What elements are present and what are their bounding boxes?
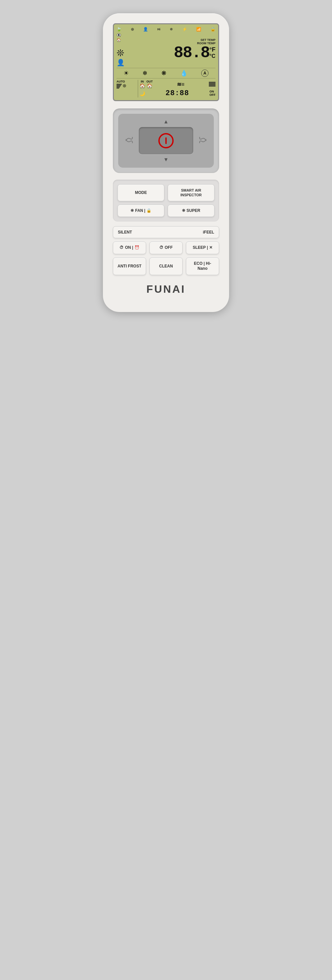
icon-dry: 💧	[180, 70, 188, 77]
icon-indoor-unit: 🏠	[139, 83, 145, 89]
icon-eye: 👁‍🗨	[117, 33, 125, 37]
display-vertical-divider	[138, 80, 138, 97]
temp-down-button[interactable]: ▼	[160, 156, 172, 163]
display-bottom-left: AUTO ❊	[117, 80, 136, 97]
icon-fan-large: ❊	[117, 49, 125, 58]
time-display-row: 🌙 28:88 ON OFF	[139, 89, 215, 97]
control-pad-wrapper: ▲	[113, 108, 219, 173]
display-mid: 👁‍🗨 🏠 ❊ 👤 SET TEMP ROOM TEMP 88.8 °F °C	[117, 33, 215, 67]
icon-wifi: 📶	[196, 27, 201, 32]
icon-home: 🏠	[117, 38, 125, 42]
icon-moon: 🌙	[139, 91, 145, 96]
icon-outdoor-unit: 🏠	[147, 83, 152, 89]
silent-ifeel-button[interactable]: SILENT iFEEL	[113, 226, 219, 238]
main-buttons-section: MODE SMART AIRINSPECTOR ❊ FAN | 🔒 ❊ SUPE…	[113, 180, 219, 221]
svg-marker-1	[206, 139, 207, 142]
remote-body: 🍃 ⊕ 👤 Hi ✵ ⚡ 📶 🔒 👁‍🗨 🏠 ❊ 👤 SET TEMP ROOM…	[103, 13, 229, 312]
sleep-label: SLEEP | ✕	[193, 245, 212, 250]
icon-heat: ☀	[123, 70, 129, 77]
icon-circle: ⊕	[131, 27, 134, 32]
clean-label: CLEAN	[159, 264, 172, 269]
inout-labels: IN 🏠 OUT 🏠 ≋≡	[139, 80, 215, 89]
silent-label: SILENT	[118, 230, 132, 234]
icon-fan-mode: ❋	[161, 70, 166, 77]
icon-fan-auto: ❊	[123, 83, 126, 89]
super-icon: ❊	[182, 208, 185, 213]
power-icon	[158, 133, 174, 148]
pad-middle	[123, 127, 209, 154]
display-bottom: AUTO ❊ IN	[117, 80, 215, 97]
sleep-button[interactable]: SLEEP | ✕	[186, 242, 219, 254]
temp-unit-celsius: °C	[209, 53, 215, 59]
icon-sun-num: ✵	[170, 27, 173, 32]
row-mode-smart: MODE SMART AIRINSPECTOR	[117, 184, 215, 201]
display-left-icons: 👁‍🗨 🏠 ❊ 👤	[117, 33, 125, 67]
fan-lock-button[interactable]: ❊ FAN | 🔒	[117, 205, 164, 217]
off-timer-button[interactable]: ⏱ OFF	[149, 242, 183, 254]
fan-lock-label: FAN | 🔒	[135, 208, 152, 213]
power-line-icon	[165, 137, 167, 144]
swing-right-button[interactable]	[196, 135, 209, 146]
clean-button[interactable]: CLEAN	[149, 258, 183, 275]
smart-air-label: SMART AIRINSPECTOR	[180, 188, 202, 197]
icon-lock: 🔒	[210, 27, 215, 32]
icon-person: 👤	[143, 27, 148, 32]
icon-airflow-right: ≋≡	[177, 81, 184, 88]
anti-frost-label: ANTI FROST	[117, 264, 141, 269]
in-label: IN	[141, 80, 144, 83]
smart-air-inspector-button[interactable]: SMART AIRINSPECTOR	[168, 184, 215, 201]
timer-row: ⏱ ON | ⏰ ⏱ OFF SLEEP | ✕	[113, 242, 219, 254]
bottom-row: ANTI FROST CLEAN ECO | Hi-Nano	[113, 258, 219, 275]
on-timer-button[interactable]: ⏱ ON | ⏰	[113, 242, 146, 254]
timer-digits: 28:88	[165, 89, 189, 97]
icon-shield: ⚡	[182, 27, 187, 32]
swing-left-icon	[125, 137, 133, 143]
lower-section: SILENT iFEEL ⏱ ON | ⏰ ⏱ OFF SLEEP | ✕ AN…	[113, 226, 219, 275]
on-timer-label: ON | ⏰	[125, 245, 139, 250]
super-label: SUPER	[187, 208, 200, 213]
super-button[interactable]: ❊ SUPER	[168, 205, 215, 217]
in-out-icons: IN 🏠 OUT 🏠	[139, 80, 153, 89]
temp-display: 88.8	[174, 45, 209, 61]
auto-label: AUTO	[117, 80, 125, 83]
display-temp-area: SET TEMP ROOM TEMP 88.8 °F °C	[174, 38, 215, 61]
swing-right-icon	[199, 137, 207, 143]
on-timer-icon: ⏱	[120, 245, 123, 250]
power-button[interactable]	[139, 127, 193, 154]
temp-up-button[interactable]: ▲	[160, 118, 172, 125]
swing-left-button[interactable]	[123, 135, 136, 146]
ifeel-label: iFEEL	[203, 230, 214, 234]
temp-unit-fahrenheit: °F	[209, 46, 215, 53]
icon-auto-mode: A	[201, 70, 209, 77]
svg-marker-0	[125, 139, 126, 142]
mode-label: MODE	[135, 190, 147, 196]
display-mode-icons: ☀ ❄ ❋ 💧 A	[117, 68, 215, 78]
eco-hinano-label: ECO | Hi-Nano	[189, 261, 216, 272]
control-pad: ▲	[118, 114, 214, 168]
display-bottom-right: IN 🏠 OUT 🏠 ≋≡	[139, 80, 215, 97]
icon-cool: ❄	[142, 70, 147, 77]
icon-person-large: 👤	[117, 59, 125, 67]
mode-button[interactable]: MODE	[117, 184, 164, 201]
anti-frost-button[interactable]: ANTI FROST	[113, 258, 146, 275]
icon-hi: Hi	[157, 28, 160, 31]
fan-icon-btn: ❊	[130, 208, 134, 213]
brand-label: FUNAI	[146, 283, 186, 295]
display-top-icons: 🍃 ⊕ 👤 Hi ✵ ⚡ 📶 🔒	[117, 27, 215, 32]
off-timer-label: OFF	[165, 245, 172, 250]
lcd-display: 🍃 ⊕ 👤 Hi ✵ ⚡ 📶 🔒 👁‍🗨 🏠 ❊ 👤 SET TEMP ROOM…	[113, 23, 219, 101]
out-label: OUT	[146, 80, 153, 83]
off-timer-icon: ⏱	[160, 245, 163, 250]
icon-leaf: 🍃	[117, 27, 122, 32]
eco-hinano-button[interactable]: ECO | Hi-Nano	[186, 258, 219, 275]
on-off-indicator: ON OFF	[209, 90, 215, 97]
row-fan-super: ❊ FAN | 🔒 ❊ SUPER	[117, 205, 215, 217]
